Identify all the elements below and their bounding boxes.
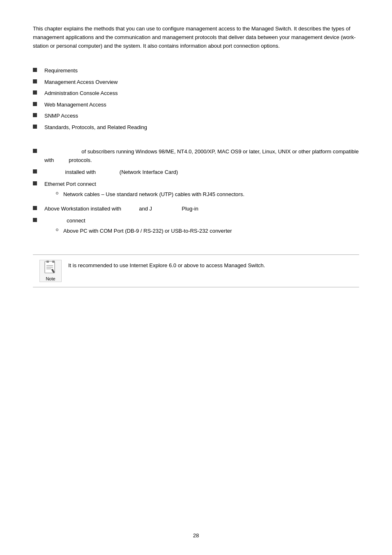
req-item-text: Ethernet Port connect Network cables – U… (44, 180, 359, 201)
bullet-icon (33, 113, 37, 117)
page-number: 28 (193, 532, 199, 539)
toc-item-label: Requirements (44, 67, 78, 75)
list-item: Above Workstation installed with and J P… (33, 205, 359, 213)
note-label: Note (46, 276, 55, 281)
toc-item-label: Standards, Protocols, and Related Readin… (44, 123, 147, 132)
sub-item-text: Above PC with COM Port (DB-9 / RS-232) o… (63, 227, 232, 235)
intro-paragraph: This chapter explains the methods that y… (33, 25, 359, 50)
bullet-icon (33, 206, 37, 210)
svg-rect-2 (52, 261, 55, 263)
page: This chapter explains the methods that y… (0, 0, 392, 555)
note-text: It is recommended to use Internet Explor… (68, 260, 265, 270)
list-item: of subscribers running Windows 98/ME, NT… (33, 148, 359, 165)
bullet-icon (33, 181, 37, 185)
toc-section: Requirements Management Access Overview … (33, 67, 359, 131)
toc-item-label: Management Access Overview (44, 78, 118, 86)
sub-bullet-icon (56, 229, 58, 231)
req-item-text: installed with (Network Interface Card) (44, 168, 359, 177)
req-item-text: Above Workstation installed with and J P… (44, 205, 359, 213)
requirements-section: of subscribers running Windows 98/ME, NT… (33, 148, 359, 238)
bullet-icon (33, 149, 37, 153)
toc-list: Requirements Management Access Overview … (33, 67, 359, 131)
list-item: Ethernet Port connect Network cables – U… (33, 180, 359, 201)
toc-item-label: Administration Console Access (44, 89, 118, 97)
toc-item-label: SNMP Access (44, 112, 78, 120)
req-item-text: of subscribers running Windows 98/ME, NT… (44, 148, 359, 165)
note-icon (43, 261, 58, 275)
list-item: SNMP Access (33, 112, 359, 120)
bullet-icon (33, 102, 37, 106)
toc-item-label: Web Management Access (44, 101, 106, 109)
req-item-text: connect Above PC with COM Port (DB-9 / R… (44, 217, 359, 238)
list-item: Standards, Protocols, and Related Readin… (33, 123, 359, 132)
bullet-icon (33, 218, 37, 222)
note-icon-container: Note (39, 260, 62, 282)
list-item: connect Above PC with COM Port (DB-9 / R… (33, 217, 359, 238)
sub-list: Network cables – Use standard network (U… (56, 190, 359, 199)
sub-item-text: Network cables – Use standard network (U… (63, 190, 244, 199)
bullet-icon (33, 90, 37, 95)
bullet-icon (33, 68, 37, 72)
list-item: Network cables – Use standard network (U… (56, 190, 359, 199)
bullet-icon (33, 125, 37, 129)
bullet-icon (33, 169, 37, 173)
req-list: of subscribers running Windows 98/ME, NT… (33, 148, 359, 238)
list-item: Administration Console Access (33, 89, 359, 97)
sub-list: Above PC with COM Port (DB-9 / RS-232) o… (56, 227, 359, 235)
list-item: Management Access Overview (33, 78, 359, 86)
svg-rect-1 (46, 261, 49, 263)
list-item: installed with (Network Interface Card) (33, 168, 359, 177)
list-item: Above PC with COM Port (DB-9 / RS-232) o… (56, 227, 359, 235)
note-box: Note It is recommended to use Internet E… (33, 254, 359, 287)
list-item: Web Management Access (33, 101, 359, 109)
sub-bullet-icon (56, 192, 58, 194)
bullet-icon (33, 79, 37, 83)
list-item: Requirements (33, 67, 359, 75)
